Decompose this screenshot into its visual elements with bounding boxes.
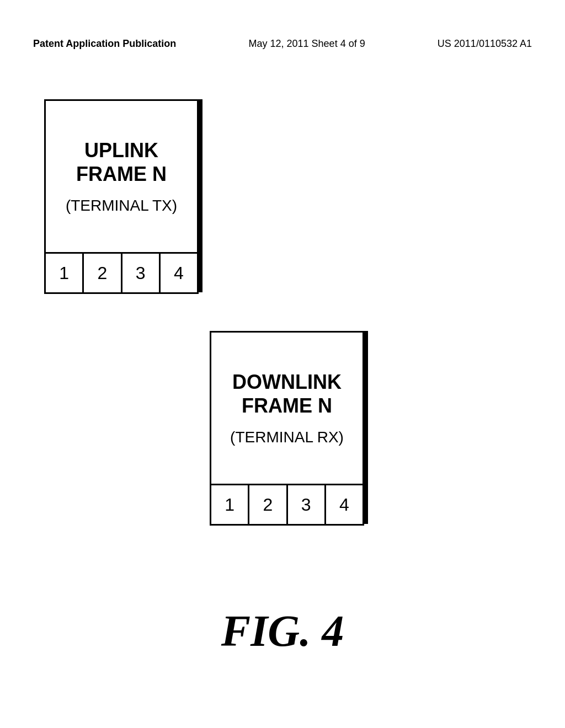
uplink-subtitle: (TERMINAL TX) — [66, 197, 177, 215]
downlink-diagram: DOWNLINK FRAME N (TERMINAL RX) 1 2 3 4 — [210, 331, 364, 526]
downlink-frame-box: DOWNLINK FRAME N (TERMINAL RX) — [210, 331, 364, 485]
downlink-num-2: 2 — [249, 485, 287, 524]
header-publication-label: Patent Application Publication — [33, 37, 176, 51]
uplink-frame-box: UPLINK FRAME N (TERMINAL TX) — [44, 99, 199, 254]
figure-label: FIG. 4 — [0, 606, 565, 656]
uplink-num-1: 1 — [46, 254, 84, 292]
uplink-num-3: 3 — [122, 254, 161, 292]
downlink-num-3: 3 — [288, 485, 326, 524]
uplink-title: UPLINK FRAME N — [76, 138, 167, 186]
downlink-num-4: 4 — [326, 485, 363, 524]
header-patent-number: US 2011/0110532 A1 — [438, 37, 532, 51]
header-sheet-info: May 12, 2011 Sheet 4 of 9 — [249, 37, 365, 51]
downlink-title: DOWNLINK FRAME N — [232, 370, 342, 417]
uplink-number-row: 1 2 3 4 — [44, 254, 199, 294]
downlink-num-1: 1 — [211, 485, 249, 524]
downlink-number-row: 1 2 3 4 — [210, 485, 364, 526]
uplink-num-2: 2 — [84, 254, 122, 292]
downlink-subtitle: (TERMINAL RX) — [230, 429, 344, 446]
patent-page: Patent Application Publication May 12, 2… — [0, 0, 565, 728]
page-header: Patent Application Publication May 12, 2… — [0, 37, 565, 51]
uplink-diagram: UPLINK FRAME N (TERMINAL TX) 1 2 3 4 — [44, 99, 199, 294]
uplink-num-4: 4 — [161, 254, 197, 292]
